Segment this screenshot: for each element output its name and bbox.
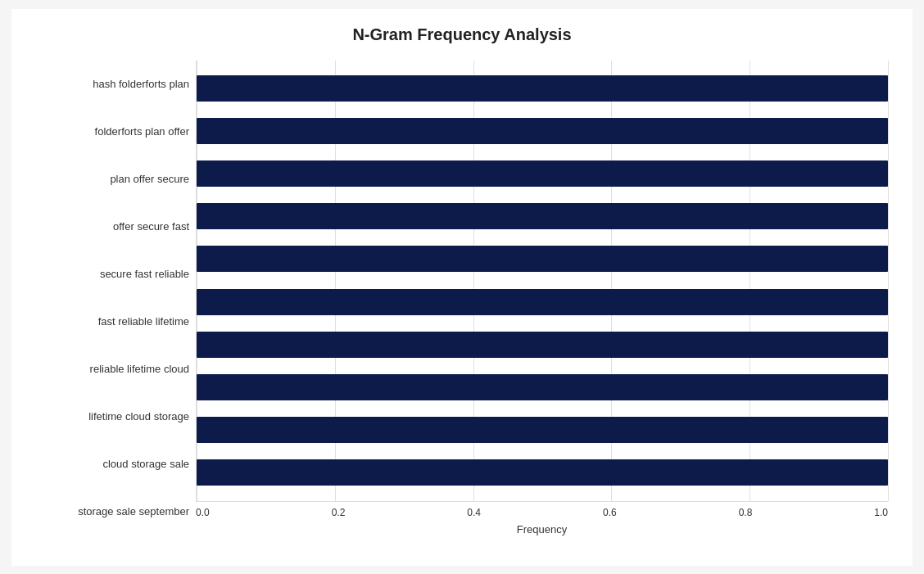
- x-tick-label: 0.0: [196, 507, 210, 518]
- y-axis-label: cloud storage sale: [36, 458, 189, 471]
- bar-row: [197, 372, 888, 403]
- grid-and-bars: [196, 61, 888, 502]
- bar-row: [197, 243, 888, 274]
- bar: [197, 374, 888, 400]
- x-axis-ticks: 0.00.20.40.60.81.0: [196, 502, 888, 518]
- chart-area: hash folderforts planfolderforts plan of…: [36, 61, 888, 536]
- y-axis-label: offer secure fast: [36, 220, 189, 233]
- bar: [197, 75, 888, 102]
- bar: [197, 118, 888, 144]
- bar: [197, 417, 888, 443]
- bar-row: [197, 414, 888, 445]
- y-axis-label: folderforts plan offer: [36, 125, 189, 138]
- x-axis-title: Frequency: [196, 523, 888, 536]
- bar-row: [197, 287, 888, 318]
- bar: [197, 289, 888, 315]
- bar: [197, 332, 888, 358]
- x-tick-label: 0.4: [467, 507, 481, 518]
- bar-row: [197, 329, 888, 360]
- plot-area: 0.00.20.40.60.81.0 Frequency: [196, 61, 888, 536]
- bar: [197, 203, 888, 229]
- y-axis-label: reliable lifetime cloud: [36, 363, 189, 376]
- bar-row: [197, 158, 888, 189]
- y-axis-label: plan offer secure: [36, 173, 189, 186]
- x-tick-label: 0.6: [603, 507, 617, 518]
- y-axis-label: storage sale september: [36, 505, 189, 518]
- x-tick-label: 1.0: [874, 507, 888, 518]
- bar-row: [197, 457, 888, 488]
- y-axis-label: lifetime cloud storage: [36, 410, 189, 423]
- chart-container: N-Gram Frequency Analysis hash folderfor…: [11, 9, 913, 566]
- y-axis-label: hash folderforts plan: [36, 78, 189, 91]
- y-axis-labels: hash folderforts planfolderforts plan of…: [36, 61, 196, 536]
- bar-row: [197, 115, 888, 147]
- bars-container: [197, 61, 888, 501]
- y-axis-label: secure fast reliable: [36, 268, 189, 281]
- chart-title: N-Gram Frequency Analysis: [36, 25, 888, 44]
- bar: [197, 246, 888, 272]
- x-tick-label: 0.8: [739, 507, 753, 518]
- y-axis-label: fast reliable lifetime: [36, 315, 189, 328]
- bar: [197, 459, 888, 486]
- grid-line-100: [888, 61, 889, 501]
- bar-row: [197, 73, 888, 104]
- bar: [197, 160, 888, 187]
- x-tick-label: 0.2: [332, 507, 346, 518]
- bar-row: [197, 201, 888, 232]
